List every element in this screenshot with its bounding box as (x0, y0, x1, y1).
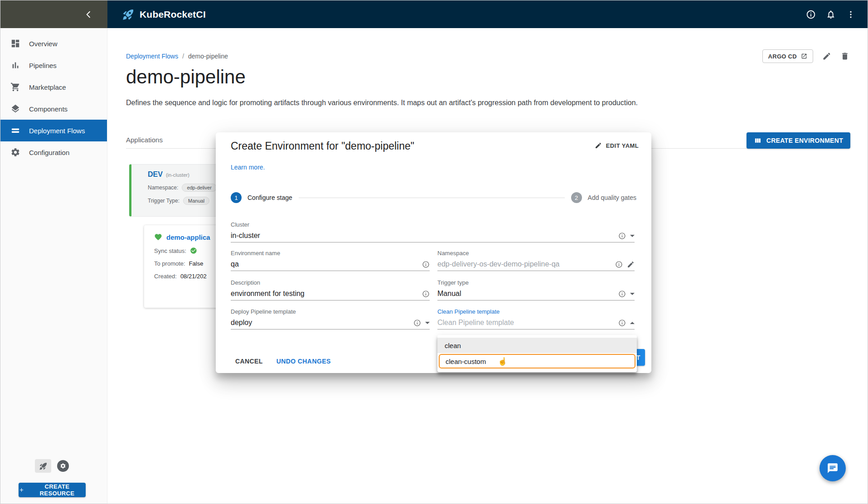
stepper: 1 Configure stage 2 Add quality gates (231, 192, 636, 203)
breadcrumb-parent-link[interactable]: Deployment Flows (126, 53, 178, 60)
argo-cd-button[interactable]: ARGO CD (762, 49, 814, 63)
topbar: KubeRocketCI (0, 0, 868, 28)
application-name-link[interactable]: demo-applica (166, 233, 210, 241)
chevron-down-icon[interactable] (425, 322, 430, 324)
chevron-up-icon[interactable] (630, 322, 635, 324)
sidebar-item-label: Pipelines (29, 62, 57, 69)
app-logo[interactable]: KubeRocketCI (122, 8, 206, 21)
description-input[interactable]: environment for testing (231, 287, 430, 300)
deploy-template-label: Deploy Pipeline template (231, 308, 430, 315)
delete-pipeline-trash-icon[interactable] (840, 52, 849, 61)
info-icon[interactable] (618, 232, 626, 240)
edit-yaml-button[interactable]: EDIT YAML (595, 142, 639, 149)
environment-name-field: Environment name qa (231, 250, 430, 271)
environment-name-label: Environment name (231, 250, 430, 257)
check-circle-icon (190, 247, 197, 254)
columns-icon (754, 137, 761, 145)
clean-template-dropdown-menu: clean clean-custom (437, 335, 637, 372)
pencil-icon (595, 142, 602, 149)
create-environment-label: CREATE ENVIRONMENT (766, 137, 843, 144)
sidebar-item-pipelines[interactable]: Pipelines (0, 54, 107, 76)
undo-changes-button[interactable]: UNDO CHANGES (276, 358, 331, 365)
description-label: Description (231, 279, 430, 286)
topbar-actions (805, 9, 857, 20)
edit-namespace-pencil-icon[interactable] (627, 261, 635, 268)
cluster-select[interactable]: in-cluster (231, 229, 635, 242)
page-title: demo-pipeline (126, 66, 246, 88)
kebab-menu-icon[interactable] (845, 9, 857, 20)
sidebar: Overview Pipelines Marketplace Component… (0, 28, 107, 504)
step-1-label: Configure stage (247, 194, 292, 201)
feedback-chat-fab[interactable] (820, 455, 846, 481)
info-icon[interactable] (615, 261, 623, 268)
created-label: Created: (154, 273, 177, 280)
chat-icon (827, 462, 839, 474)
info-icon[interactable] (805, 9, 817, 20)
cursor-hand-icon (498, 357, 507, 366)
notifications-bell-icon[interactable] (825, 9, 837, 20)
create-resource-button[interactable]: CREATE RESOURCE (19, 483, 86, 497)
trigger-type-label: Trigger type (437, 279, 635, 286)
chevron-down-icon[interactable] (630, 235, 635, 237)
info-icon[interactable] (618, 290, 626, 298)
health-heart-icon (154, 233, 162, 241)
dialog-title: Create Environment for "demo-pipeline" (231, 140, 414, 152)
clean-template-label: Clean Pipeline template (437, 308, 635, 315)
info-icon[interactable] (413, 319, 421, 327)
rocket-icon-button[interactable] (35, 459, 51, 473)
learn-more-link[interactable]: Learn more. (231, 164, 265, 171)
info-icon[interactable] (422, 261, 430, 268)
edit-pipeline-pencil-icon[interactable] (822, 52, 831, 61)
create-environment-button[interactable]: CREATE ENVIRONMENT (747, 132, 850, 149)
to-promote-value: False (189, 260, 204, 267)
sidebar-item-marketplace[interactable]: Marketplace (0, 76, 107, 98)
dialog-actions: CANCEL UNDO CHANGES (235, 358, 331, 365)
sync-status-label: Sync status: (154, 247, 186, 254)
deploy-template-select[interactable]: deploy (231, 316, 430, 330)
step-1-indicator: 1 (231, 192, 242, 203)
info-icon[interactable] (422, 290, 430, 298)
flows-icon (10, 126, 20, 136)
sidebar-item-label: Marketplace (29, 83, 66, 91)
chevron-down-icon[interactable] (630, 293, 635, 295)
sidebar-item-label: Deployment Flows (29, 127, 85, 135)
sidebar-item-deployment-flows[interactable]: Deployment Flows (0, 120, 107, 141)
sidebar-item-overview[interactable]: Overview (0, 33, 107, 54)
clean-pipeline-template-field: Clean Pipeline template Clean Pipeline t… (437, 308, 635, 330)
namespace-label: Namespace (437, 250, 635, 257)
collapse-sidebar-icon[interactable] (84, 10, 93, 19)
environment-name-link[interactable]: DEV (148, 170, 163, 179)
trigger-type-chip: Manual (183, 197, 209, 205)
trigger-type-label: Trigger Type: (148, 198, 179, 204)
sidebar-item-components[interactable]: Components (0, 98, 107, 120)
cancel-button[interactable]: CANCEL (235, 358, 263, 365)
open-in-new-icon (801, 53, 807, 59)
edit-yaml-label: EDIT YAML (606, 142, 639, 149)
namespace-input[interactable]: edp-delivery-os-dev-demo-pipeline-qa (437, 258, 635, 271)
cart-icon (10, 82, 20, 92)
clean-template-select[interactable]: Clean Pipeline template (437, 316, 635, 330)
cluster-value: in-cluster (231, 232, 614, 240)
pipelines-icon (10, 60, 20, 70)
namespace-field: Namespace edp-delivery-os-dev-demo-pipel… (437, 250, 635, 271)
trigger-type-field: Trigger type Manual (437, 279, 635, 300)
namespace-chip: edp-deliver (182, 184, 216, 192)
page-actions: ARGO CD (762, 49, 850, 63)
sidebar-footer-buttons (35, 459, 69, 473)
tab-applications[interactable]: Applications (126, 136, 163, 144)
sidebar-item-configuration[interactable]: Configuration (0, 141, 107, 163)
create-resource-label: CREATE RESOURCE (29, 483, 86, 497)
rocket-logo-icon (122, 8, 135, 21)
dropdown-option-clean-custom[interactable]: clean-custom (439, 354, 635, 368)
cluster-label: Cluster (231, 221, 635, 228)
dropdown-option-clean[interactable]: clean (437, 338, 637, 353)
dropdown-option-label: clean-custom (446, 358, 486, 365)
step-2-indicator: 2 (571, 192, 582, 203)
settings-gear-icon-button[interactable] (57, 460, 69, 472)
environment-name-input[interactable]: qa (231, 258, 430, 271)
info-icon[interactable] (618, 319, 626, 327)
trigger-type-select[interactable]: Manual (437, 287, 635, 300)
environment-name-value: qa (231, 260, 418, 268)
sidebar-item-label: Components (29, 105, 68, 113)
stepper-connector (299, 198, 565, 198)
